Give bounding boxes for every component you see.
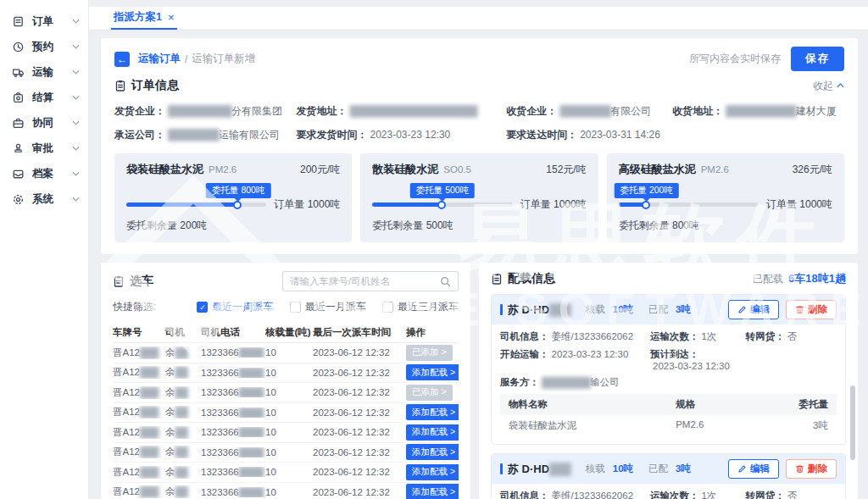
table-row: 晋A12███ 余██ 1323366████ 10 2023-06-12 12… <box>113 483 459 499</box>
table-row: 晋A12███ 余██ 1323366████ 10 2023-06-12 12… <box>113 443 459 463</box>
driver-info: 司机信息：姜维/13233662062 <box>500 490 650 499</box>
panel-title: 选车 <box>130 274 153 289</box>
progress-knob[interactable] <box>233 201 242 209</box>
progress-track: 委托量 200吨 <box>619 202 759 207</box>
filter-last-month[interactable]: 最近一月派车 <box>290 300 366 314</box>
order-info-header: 订单信息 收起 <box>114 78 844 93</box>
table-row: 晋A12███ 余██ 1323366████ 10 2023-06-12 12… <box>113 423 459 443</box>
entrust-tooltip: 委托量 800吨 <box>206 183 270 198</box>
sidebar-item-approval[interactable]: 审批 <box>0 136 88 161</box>
chevron-down-icon <box>72 197 80 202</box>
back-button[interactable]: ← <box>114 52 130 67</box>
trash-icon <box>795 464 804 474</box>
add-load-button[interactable]: 添加配载 > <box>406 424 459 441</box>
order-icon <box>12 15 25 28</box>
progress-knob[interactable] <box>642 201 650 209</box>
field-shipper: 发货企业：██████████分有限集团 <box>114 104 289 119</box>
add-load-button[interactable]: 添加配载 > <box>406 444 459 460</box>
table-row: 晋A12███ 余██ 1323366████ 10 2023-06-12 12… <box>113 403 459 424</box>
entrust-tooltip: 委托量 200吨 <box>614 183 678 198</box>
safe-icon <box>12 91 25 104</box>
product-name: 散装硅酸水泥 <box>372 162 438 177</box>
filter-last-week[interactable]: 最近一周派车 <box>197 300 273 314</box>
progress-knob[interactable] <box>437 201 446 209</box>
product-card: 高级硅酸盐水泥 PM2.6 326元/吨 委托量 200吨 订单量 1000吨 … <box>607 153 844 242</box>
product-price: 326元/吨 <box>793 163 832 177</box>
trash-icon <box>795 305 804 314</box>
field-ship-address: 发货地址：████████████████████ <box>296 104 499 119</box>
product-spec: PM2.6 <box>209 164 236 175</box>
progress-fill <box>372 202 442 207</box>
delete-button[interactable]: 删除 <box>786 300 837 319</box>
add-load-button[interactable]: 已添加 > <box>406 385 453 401</box>
search-input[interactable] <box>290 276 440 286</box>
sidebar: 订单 预约 运输 结算 协同 审批 档案 <box>0 0 89 499</box>
sidebar-item-label: 协同 <box>32 116 64 130</box>
sidebar-item-label: 预约 <box>32 40 64 54</box>
sidebar-item-system[interactable]: 系统 <box>0 186 88 212</box>
order-quantity: 订单量 1000吨 <box>274 197 340 212</box>
remaining-quantity: 委托剩余量 800吨 <box>619 219 832 233</box>
plate-accent-bar <box>500 304 503 315</box>
sidebar-item-appointments[interactable]: 预约 <box>0 34 88 59</box>
load-summary: 已配载 6车18吨1趟 <box>753 271 846 286</box>
load-card: 苏 D·HD███ 核载10吨 已配3吨 编辑 删除 司机信息：姜 <box>491 453 846 499</box>
remaining-quantity: 委托剩余量 500吨 <box>372 219 586 233</box>
checkbox-icon[interactable] <box>197 302 208 313</box>
field-ship-time: 要求发货时间：2023-03-23 12:30 <box>296 128 499 142</box>
trip-count: 运输次数：1次 <box>650 490 746 499</box>
collapse-toggle[interactable]: 收起 <box>813 79 844 93</box>
checkbox-icon[interactable] <box>382 302 393 313</box>
pencil-icon <box>737 305 747 314</box>
scrollbar-thumb[interactable] <box>850 385 855 460</box>
filter-last-quarter[interactable]: 最近三月派车 <box>382 300 459 314</box>
order-info-card: ← 运输订单 / 运输订单新增 所写内容会实时保存 保存 订单信息 收起 <box>101 38 858 254</box>
add-load-button[interactable]: 已添加 > <box>406 345 453 361</box>
save-button[interactable]: 保存 <box>791 47 844 71</box>
add-load-button[interactable]: 添加配载 > <box>406 464 459 480</box>
add-load-button[interactable]: 添加配载 > <box>406 364 459 380</box>
tab-dispatch-plan[interactable]: 指派方案1 × <box>111 7 177 30</box>
sidebar-item-label: 订单 <box>32 14 64 29</box>
product-cards: 袋装硅酸盐水泥 PM2.6 200元/吨 委托量 800吨 订单量 1000吨 … <box>114 153 844 242</box>
order-quantity: 订单量 1000吨 <box>520 197 587 212</box>
order-quantity: 订单量 1000吨 <box>766 197 832 212</box>
close-icon[interactable]: × <box>168 11 175 24</box>
material-table: 物料名称规格委托量 袋装硅酸盐水泥PM2.63吨 <box>500 394 837 436</box>
product-price: 152元/吨 <box>546 163 586 177</box>
eta-time: 预计到达：2023-03-23 12:30 <box>650 348 746 371</box>
product-price: 200元/吨 <box>300 163 340 177</box>
product-card: 袋装硅酸盐水泥 PM2.6 200元/吨 委托量 800吨 订单量 1000吨 … <box>114 153 352 242</box>
add-load-button[interactable]: 添加配载 > <box>406 484 459 499</box>
delete-button[interactable]: 删除 <box>786 459 837 479</box>
clipboard-icon <box>113 275 125 287</box>
breadcrumb-parent[interactable]: 运输订单 <box>138 52 181 66</box>
checkbox-icon[interactable] <box>290 302 301 313</box>
product-spec: PM2.6 <box>701 164 729 175</box>
truck-icon <box>12 66 25 79</box>
search-icon[interactable] <box>440 276 451 287</box>
field-consignee: 收货企业：████████有限公司 <box>506 104 665 119</box>
field-delivery-time: 要求送达时间：2023-03-31 14:26 <box>506 128 665 142</box>
sidebar-item-settlement[interactable]: 结算 <box>0 85 88 110</box>
sidebar-item-label: 运输 <box>32 65 64 80</box>
sidebar-item-orders[interactable]: 订单 <box>0 8 88 34</box>
search-box <box>282 271 459 291</box>
edit-button[interactable]: 编辑 <box>728 300 779 319</box>
briefcase-icon <box>12 117 25 130</box>
sidebar-item-collaboration[interactable]: 协同 <box>0 110 88 136</box>
inbox-icon <box>12 168 25 180</box>
chevron-down-icon <box>72 44 80 49</box>
sidebar-item-label: 审批 <box>32 141 64 156</box>
chevron-down-icon <box>72 120 80 125</box>
chevron-down-icon <box>72 69 80 75</box>
sidebar-item-archive[interactable]: 档案 <box>0 161 88 186</box>
sidebar-item-transport[interactable]: 运输 <box>0 59 88 85</box>
progress-track: 委托量 500吨 <box>372 202 512 207</box>
table-row: 晋A12███ 余██ 1323366████ 10 2023-06-12 12… <box>113 343 459 363</box>
table-header: 车牌号 司机 司机电话 核载量(吨) 最后一次派车时间 操作 <box>113 322 459 343</box>
top-gap <box>89 0 868 7</box>
add-load-button[interactable]: 添加配载 > <box>406 404 459 420</box>
edit-button[interactable]: 编辑 <box>728 459 779 479</box>
material-table-header: 物料名称规格委托量 <box>500 394 837 415</box>
